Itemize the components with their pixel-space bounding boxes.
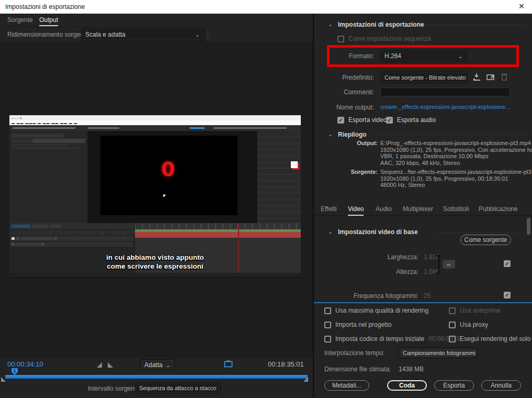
subtitle-line-1: in cui abbiamo visto appunto xyxy=(9,253,301,262)
import-project-checkbox[interactable] xyxy=(324,322,331,328)
export-audio-label: Esporta audio xyxy=(397,116,436,124)
ae-window-title: ▪ — ▫ ✕ xyxy=(12,116,22,120)
fit-output-icon[interactable] xyxy=(224,360,233,368)
framerate-override-checkbox[interactable]: ✓ xyxy=(504,292,511,298)
export-button[interactable]: Esporta xyxy=(434,380,474,391)
panel-focus-line xyxy=(314,302,532,303)
start-timecode-checkbox[interactable] xyxy=(324,336,331,342)
max-quality-label: Usa massima qualità di rendering xyxy=(335,307,428,314)
chevron-down-icon: ⌄ xyxy=(166,363,171,367)
max-quality-checkbox[interactable] xyxy=(324,307,331,314)
match-sequence-row: Come impostazioni sequenza xyxy=(337,35,431,42)
use-previews-checkbox[interactable] xyxy=(449,307,456,314)
window-titlebar[interactable]: Impostazioni di esportazione ✕ xyxy=(0,0,532,14)
ae-time-ruler xyxy=(135,223,301,229)
match-sequence-checkbox[interactable] xyxy=(337,36,344,42)
ae-window-titlebar: ▪ — ▫ ✕ xyxy=(9,115,301,120)
time-interpolation-dropdown[interactable]: Campionamento fotogrammi ⌄ xyxy=(399,348,477,358)
source-scaling-dropdown[interactable]: Scala e adatta ⌄ xyxy=(81,29,204,40)
preset-dropdown[interactable]: Come sorgente - Bitrate elevato ⌄ xyxy=(380,72,467,83)
tab-multiplexer[interactable]: Multiplexer xyxy=(403,205,433,213)
section-rule xyxy=(424,25,526,25)
zoom-level-dropdown[interactable]: Adatta ⌄ xyxy=(140,359,175,370)
source-output-panel: Sorgente Output Ridimensionamento sorgen… xyxy=(0,14,313,398)
summary-collapse-icon[interactable]: ⌄ xyxy=(328,132,333,136)
link-dimensions-toggle[interactable]: ∞ xyxy=(443,260,455,269)
range-end-handle[interactable] xyxy=(303,377,308,382)
match-source-button[interactable]: Come sorgente xyxy=(460,235,511,245)
ae-composition-frame: 0 xyxy=(100,136,237,215)
chevron-down-icon: ⌄ xyxy=(195,32,200,37)
set-in-point-icon[interactable] xyxy=(97,362,102,368)
video-section-rule xyxy=(434,232,518,233)
ae-toolbar xyxy=(9,125,301,131)
source-range-dropdown[interactable]: Sequenza da attacco a stacco ⌄ xyxy=(135,383,221,393)
tab-audio[interactable]: Audio xyxy=(376,205,392,213)
tab-sottotitoli[interactable]: Sottotitoli xyxy=(443,205,469,213)
tab-pubblicazione[interactable]: Pubblicazione xyxy=(479,205,518,213)
import-project-label: Importa nel progetto xyxy=(335,321,391,328)
tab-video-underline xyxy=(348,215,364,216)
current-timecode[interactable]: 00:00:34:10 xyxy=(7,360,43,368)
ae-main-area: 0 xyxy=(9,131,301,223)
export-video-checkbox[interactable]: ✓ xyxy=(337,117,344,124)
metadata-button[interactable]: Metadati... xyxy=(324,380,369,391)
output-name-link[interactable]: creare-_effects-espressioni-javascript-e… xyxy=(380,104,512,110)
render-alpha-checkbox[interactable] xyxy=(449,336,456,342)
video-section-title: Impostazioni video di base xyxy=(338,228,418,236)
playhead-marker[interactable] xyxy=(12,368,18,375)
summary-line: AAC, 320 kbps, 48 kHz, Stereo xyxy=(380,160,532,167)
range-start-handle[interactable] xyxy=(1,377,6,382)
time-interpolation-label: Interpolazione tempo: xyxy=(324,349,384,357)
video-section-collapse-icon[interactable]: ⌄ xyxy=(328,229,333,234)
ae-menubar: ▬ ▬▬ ▬▬▬ ▬ ▬▬ ▬▬ ▬▬ ▬ ▬ xyxy=(9,120,301,125)
chevron-down-icon: ⌄ xyxy=(458,54,463,58)
render-alpha-row: Esegui rendering del solo canale xyxy=(449,335,532,342)
summary-rule xyxy=(371,135,526,135)
save-preset-icon[interactable] xyxy=(472,73,481,81)
start-timecode-label: Imposta codice di tempo iniziale xyxy=(335,335,424,342)
cancel-button[interactable]: Annulla xyxy=(481,380,521,391)
section-collapse-icon[interactable]: ⌄ xyxy=(328,22,333,26)
estimated-size-label: Dimensione file stimata: xyxy=(324,366,391,373)
close-icon[interactable]: ✕ xyxy=(516,2,527,11)
tab-output[interactable]: Output xyxy=(39,16,58,24)
ae-menu-items: ▬ ▬▬ ▬▬▬ ▬ ▬▬ ▬▬ ▬▬ ▬ ▬ xyxy=(12,121,77,125)
format-label: Formato: xyxy=(345,52,374,60)
comments-input[interactable] xyxy=(380,87,510,96)
duration-timecode: 00:18:35:01 xyxy=(268,360,304,368)
export-video-label: Esporta video xyxy=(348,116,387,124)
format-dropdown[interactable]: H.264 ⌄ xyxy=(380,50,467,62)
timeline-scrubber[interactable] xyxy=(5,375,308,379)
import-preset-icon[interactable] xyxy=(486,73,496,81)
use-proxy-label: Usa proxy xyxy=(460,321,488,328)
summary-output-label: Output: xyxy=(314,140,378,146)
export-section-title: Impostazioni di esportazione xyxy=(338,21,424,28)
ae-effect-controls-panel xyxy=(9,131,88,223)
queue-button[interactable]: Coda xyxy=(387,380,427,391)
delete-preset-icon[interactable] xyxy=(501,73,508,81)
render-alpha-label: Esegui rendering del solo canale xyxy=(460,335,532,342)
summary-title: Riepilogo xyxy=(338,131,367,138)
match-sequence-label: Come impostazioni sequenza xyxy=(348,35,431,42)
settings-scrollbar[interactable] xyxy=(527,218,530,235)
source-scaling-label: Ridimensionamento sorgente: xyxy=(7,31,90,38)
ae-side-panels xyxy=(257,131,301,223)
estimated-size-value: 1438 MB xyxy=(399,366,424,373)
export-audio-checkbox[interactable]: ✓ xyxy=(386,117,393,124)
use-proxy-checkbox[interactable] xyxy=(449,322,456,328)
chevron-down-icon: ⌄ xyxy=(219,386,221,390)
ae-statusbar xyxy=(9,273,301,277)
set-out-point-icon[interactable] xyxy=(108,362,113,368)
settings-tabbar: Effetti Video Audio Multiplexer Sottotit… xyxy=(314,202,532,216)
tab-output-underline xyxy=(39,25,58,26)
use-proxy-row: Usa proxy xyxy=(449,321,488,328)
dimensions-override-checkbox[interactable]: ✓ xyxy=(504,260,511,267)
link-icon: ∞ xyxy=(447,261,451,268)
width-label: Larghezza: xyxy=(366,253,418,261)
summary-line: 1920x1080 (1,0), 25 fps, Progressivo, 00… xyxy=(380,175,531,182)
tab-video[interactable]: Video xyxy=(348,205,364,213)
tab-effetti[interactable]: Effetti xyxy=(321,205,336,213)
tab-sorgente[interactable]: Sorgente xyxy=(7,16,33,24)
dimensions-bracket xyxy=(435,255,439,274)
